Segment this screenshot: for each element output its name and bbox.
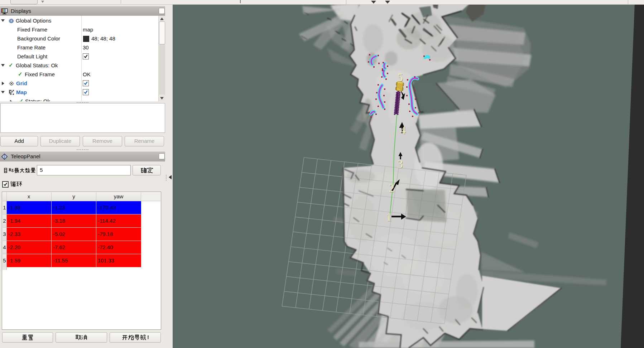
svg-text:1: 1	[386, 211, 392, 223]
svg-text:4: 4	[400, 124, 406, 136]
svg-text:3: 3	[398, 158, 403, 170]
svg-text:2: 2	[389, 182, 395, 194]
